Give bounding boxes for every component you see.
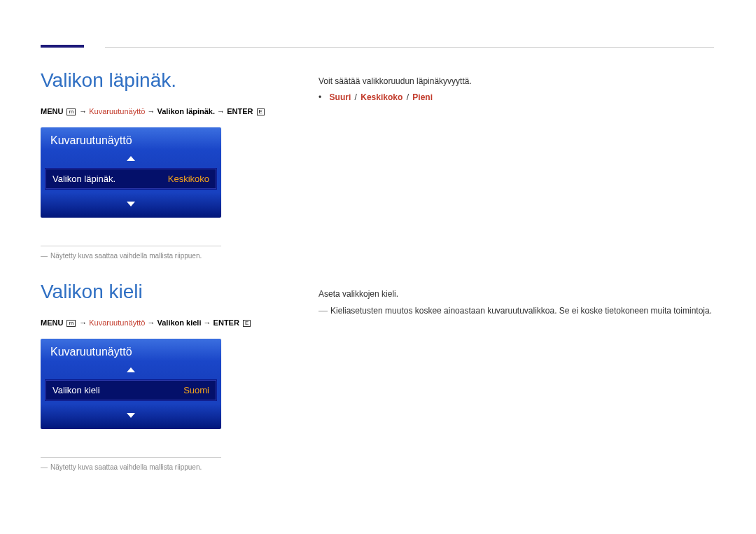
chevron-up-icon xyxy=(127,367,135,372)
osd-menu-body: Valikon läpinäk. Keskikoko xyxy=(41,165,221,192)
breadcrumb-path2: Valikon läpinäk. xyxy=(158,107,216,115)
breadcrumb-path2: Valikon kieli xyxy=(158,318,202,327)
osd-menu-widget-1: Kuvaruutunäyttö Valikon läpinäk. Keskiko… xyxy=(41,127,221,218)
section1-title: Valikon läpinäk. xyxy=(41,70,286,92)
bullet-icon: • xyxy=(318,92,321,102)
section1-footnote: ―Näytetty kuva saattaa vaihdella mallist… xyxy=(41,252,286,260)
option-a: Suuri xyxy=(330,92,351,102)
section1-options: • Suuri / Keskikoko / Pieni xyxy=(318,92,714,102)
note-text: Kieliasetusten muutos koskee ainoastaan … xyxy=(330,306,712,316)
osd-menu-widget-2: Kuvaruutunäyttö Valikon kieli Suomi xyxy=(41,339,221,429)
section2-right: Aseta valikkojen kieli. ―Kieliasetusten … xyxy=(318,287,714,316)
osd-item-label: Valikon kieli xyxy=(52,385,100,395)
section2-body: Aseta valikkojen kieli. xyxy=(318,287,714,301)
arrow-text: → xyxy=(204,318,214,327)
footnote-divider xyxy=(41,457,221,458)
osd-arrow-up[interactable] xyxy=(41,361,221,377)
breadcrumb-path1: Kuvaruutunäyttö xyxy=(89,107,145,115)
section2-left: Valikon kieli MENU m → Kuvaruutunäyttö →… xyxy=(41,281,286,471)
footnote-divider xyxy=(41,246,221,246)
osd-item-value: Suomi xyxy=(183,385,209,395)
option-c: Pieni xyxy=(412,92,433,102)
osd-selected-item[interactable]: Valikon kieli Suomi xyxy=(45,379,217,401)
dash-icon: ― xyxy=(41,252,48,260)
breadcrumb-menu-label: MENU xyxy=(41,107,63,115)
enter-icon: E xyxy=(243,320,251,327)
option-b: Keskikoko xyxy=(360,92,402,102)
chevron-up-icon xyxy=(127,156,135,161)
breadcrumb-enter-label: ENTER xyxy=(227,107,253,115)
breadcrumb-path1: Kuvaruutunäyttö xyxy=(89,318,145,327)
section1-body: Voit säätää valikkoruudun läpinäkyvyyttä… xyxy=(318,74,714,88)
breadcrumb-menu-label: MENU xyxy=(41,318,63,327)
osd-menu-header: Kuvaruutunäyttö xyxy=(41,339,221,361)
section1-left: Valikon läpinäk. MENU m → Kuvaruutunäytt… xyxy=(41,70,286,260)
osd-menu-header: Kuvaruutunäyttö xyxy=(41,127,221,150)
osd-arrow-down[interactable] xyxy=(41,192,221,218)
section2-breadcrumb: MENU m → Kuvaruutunäyttö → Valikon kieli… xyxy=(41,317,286,330)
chevron-down-icon xyxy=(127,413,135,418)
osd-arrow-down[interactable] xyxy=(41,404,221,429)
osd-menu-body: Valikon kieli Suomi xyxy=(41,377,221,404)
section1-right: Voit säätää valikkoruudun läpinäkyvyyttä… xyxy=(318,74,714,102)
arrow-text: → xyxy=(79,107,89,115)
breadcrumb-enter-label: ENTER xyxy=(214,318,239,327)
osd-item-value: Keskikoko xyxy=(168,174,209,184)
arrow-text: → xyxy=(147,107,157,115)
dash-icon: ― xyxy=(318,305,328,316)
chevron-down-icon xyxy=(127,202,135,206)
arrow-text: → xyxy=(147,318,157,327)
separator: / xyxy=(355,92,357,102)
arrow-text: → xyxy=(79,318,89,327)
enter-icon: E xyxy=(257,108,265,115)
section1-breadcrumb: MENU m → Kuvaruutunäyttö → Valikon läpin… xyxy=(41,106,286,118)
osd-selected-item[interactable]: Valikon läpinäk. Keskikoko xyxy=(45,168,217,190)
osd-item-label: Valikon läpinäk. xyxy=(52,174,115,184)
footnote-text: Näytetty kuva saattaa vaihdella mallista… xyxy=(50,463,202,471)
section2-footnote: ―Näytetty kuva saattaa vaihdella mallist… xyxy=(41,463,286,471)
section2-note: ―Kieliasetusten muutos koskee ainoastaan… xyxy=(318,305,714,316)
dash-icon: ― xyxy=(41,463,48,471)
section2-title: Valikon kieli xyxy=(41,281,286,303)
osd-arrow-up[interactable] xyxy=(41,150,221,165)
menu-icon: m xyxy=(66,320,76,327)
top-divider xyxy=(105,47,714,48)
footnote-text: Näytetty kuva saattaa vaihdella mallista… xyxy=(50,252,202,260)
page-root: Valikon läpinäk. MENU m → Kuvaruutunäytt… xyxy=(0,0,756,534)
accent-bar xyxy=(41,45,84,48)
menu-icon: m xyxy=(66,108,76,115)
separator: / xyxy=(407,92,409,102)
arrow-text: → xyxy=(217,107,227,115)
